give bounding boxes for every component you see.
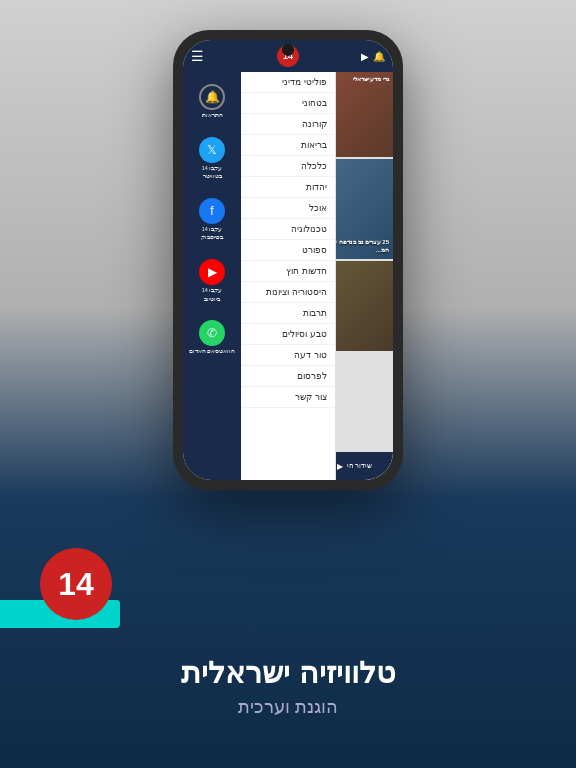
whatsapp-label: הוואטסאפ האדום xyxy=(189,348,236,355)
facebook-label2: בפייסבוק xyxy=(201,234,223,241)
phone-mockup: ☰ 14 ▶ 🔔 🔔 התראות 𝕏 עקבו 14 xyxy=(173,30,403,490)
menu-item-corona[interactable]: קורונה xyxy=(241,114,335,135)
app-subtitle: הוגנת וערכית xyxy=(238,696,338,718)
hamburger-icon[interactable]: ☰ xyxy=(191,48,204,64)
bell-header-icon[interactable]: 🔔 xyxy=(373,51,385,62)
live-icon: ▶ xyxy=(337,462,343,471)
menu-item-food[interactable]: אוכל xyxy=(241,198,335,219)
menu-item-nature[interactable]: טבע וסיולים xyxy=(241,324,335,345)
menu-item-security[interactable]: בטחוני xyxy=(241,93,335,114)
twitter-label: עקבו 14 xyxy=(202,165,223,172)
youtube-icon: ▶ xyxy=(199,259,225,285)
twitter-icon: 𝕏 xyxy=(199,137,225,163)
large-logo-circle: 14 xyxy=(40,548,112,620)
app-body: 🔔 התראות 𝕏 עקבו 14 בטוויטר f עקבו 14 בפי… xyxy=(183,72,393,480)
menu-item-culture[interactable]: תרבות xyxy=(241,303,335,324)
camera-dot xyxy=(282,44,294,56)
whatsapp-block[interactable]: ✆ הוואטסאפ האדום xyxy=(185,316,240,359)
notifications-panel: 🔔 התראות 𝕏 עקבו 14 בטוויטר f עקבו 14 בפי… xyxy=(183,72,241,480)
menu-item-political[interactable]: פוליטי מדיני xyxy=(241,72,335,93)
youtube-label: עקבו 14 xyxy=(202,287,223,294)
facebook-block[interactable]: f עקבו 14 בפייסבוק xyxy=(195,194,229,245)
facebook-icon: f xyxy=(199,198,225,224)
app-title: טלוויזיה ישראלית xyxy=(181,655,394,690)
menu-item-advertise[interactable]: לפרסום xyxy=(241,366,335,387)
bottom-text-block: טלוויזיה ישראלית הוגנת וערכית xyxy=(0,655,576,718)
whatsapp-icon: ✆ xyxy=(199,320,225,346)
menu-item-history[interactable]: היסטוריה וציונות xyxy=(241,282,335,303)
twitter-block[interactable]: 𝕏 עקבו 14 בטוויטר xyxy=(195,133,229,184)
youtube-block[interactable]: ▶ עקבו 14 ביוטיוב xyxy=(195,255,229,306)
twitter-label2: בטוויטר xyxy=(203,173,222,180)
bell-notif-block[interactable]: 🔔 התראות xyxy=(195,80,229,123)
menu-item-tech[interactable]: טכנולוגיה xyxy=(241,219,335,240)
phone-screen: ☰ 14 ▶ 🔔 🔔 התראות 𝕏 עקבו 14 xyxy=(183,40,393,480)
menu-item-foreign[interactable]: חדשות חוץ xyxy=(241,261,335,282)
live-label: שידור חי xyxy=(347,462,373,470)
bell-label: התראות xyxy=(202,112,223,119)
menu-item-health[interactable]: בריאות xyxy=(241,135,335,156)
phone-body: ☰ 14 ▶ 🔔 🔔 התראות 𝕏 עקבו 14 xyxy=(173,30,403,490)
header-icons: ▶ 🔔 xyxy=(361,51,385,62)
menu-item-sports[interactable]: ספורט xyxy=(241,240,335,261)
video-icon[interactable]: ▶ xyxy=(361,51,369,62)
menu-item-contact[interactable]: צור קשר xyxy=(241,387,335,408)
youtube-label2: ביוטיוב xyxy=(204,296,220,303)
menu-item-economy[interactable]: כלכלה xyxy=(241,156,335,177)
menu-item-judaism[interactable]: יהדות xyxy=(241,177,335,198)
sidebar-menu: פוליטי מדיני בטחוני קורונה בריאות כלכלה … xyxy=(241,72,336,480)
menu-item-opinion[interactable]: טור דעה xyxy=(241,345,335,366)
bell-icon: 🔔 xyxy=(199,84,225,110)
facebook-label: עקבו 14 xyxy=(202,226,223,233)
